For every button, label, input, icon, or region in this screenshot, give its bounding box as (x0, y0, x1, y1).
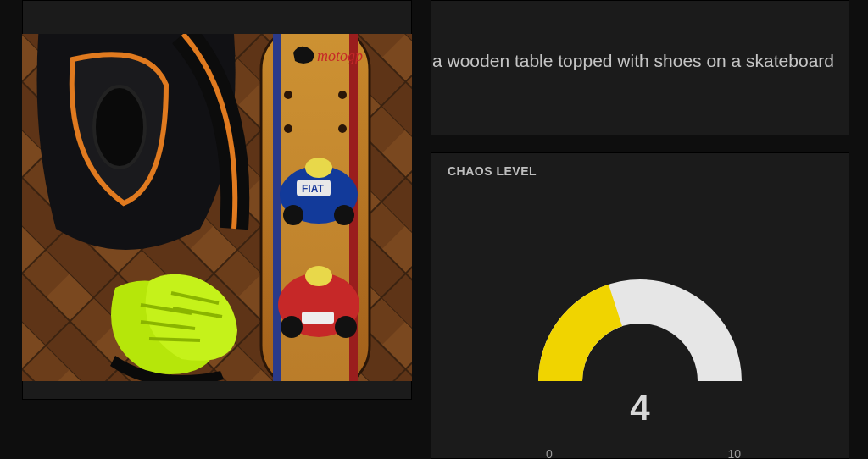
skateboard: motogp FIAT (261, 34, 370, 381)
image-illustration: motogp FIAT (22, 34, 412, 381)
svg-point-19 (283, 205, 303, 225)
backpack (37, 34, 236, 250)
gauge-value: 4 (431, 388, 849, 429)
input-image: motogp FIAT (22, 34, 412, 381)
image-panel: motogp FIAT (22, 0, 412, 400)
chaos-gauge-panel: CHAOS LEVEL 4 0 10 (431, 152, 849, 459)
gauge-fill (538, 285, 622, 381)
svg-text:FIAT: FIAT (302, 183, 324, 195)
svg-point-13 (338, 91, 347, 99)
svg-rect-25 (302, 312, 334, 324)
gauge: 4 0 10 (431, 212, 849, 459)
svg-point-7 (94, 86, 145, 168)
svg-point-12 (284, 91, 292, 99)
gauge-min-label: 0 (546, 447, 553, 459)
gauge-title: CHAOS LEVEL (448, 164, 537, 178)
svg-point-23 (281, 316, 303, 338)
caption-text: a wooden table topped with shoes on a sk… (432, 49, 839, 73)
caption-panel: a wooden table topped with shoes on a sk… (431, 0, 849, 135)
svg-point-14 (284, 124, 292, 133)
skateboard-brand-text: motogp (317, 47, 363, 64)
svg-point-26 (305, 266, 332, 286)
svg-point-21 (305, 158, 332, 178)
svg-point-24 (335, 316, 357, 338)
svg-rect-9 (273, 34, 281, 381)
gauge-max-label: 10 (727, 447, 741, 459)
svg-point-20 (334, 205, 354, 225)
svg-point-15 (338, 124, 347, 133)
